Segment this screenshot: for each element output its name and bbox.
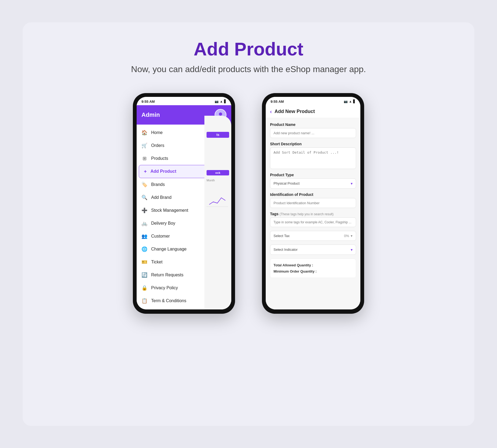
- stock-icon: ➕: [141, 207, 147, 213]
- product-name-group: Product Name: [270, 122, 356, 138]
- add-product-icon: +: [144, 169, 147, 174]
- menu-label-add-brand: Add Brand: [151, 195, 172, 200]
- min-order-row: Minimum Order Quantity :: [274, 268, 353, 274]
- delivery-icon: 🚲: [141, 220, 147, 226]
- form-body: Product Name Short Description Product T…: [266, 118, 360, 309]
- right-status-bar: 9:55 AM 📷 ▲ ▋: [266, 97, 360, 105]
- left-time: 9:55 AM: [141, 100, 155, 104]
- short-desc-input[interactable]: [270, 147, 356, 169]
- right-time: 9:55 AM: [271, 100, 284, 104]
- right-phone: 9:55 AM 📷 ▲ ▋ ‹ Add New Product: [262, 93, 364, 314]
- ticket-icon: 🎫: [141, 259, 147, 265]
- page-subtitle: Now, you can add/edit products with the …: [131, 64, 366, 74]
- menu-label-privacy: Privacy Policy: [151, 285, 178, 290]
- privacy-icon: 🔒: [141, 285, 147, 291]
- menu-label-orders: Orders: [151, 143, 164, 148]
- right-battery-icon: ▋: [353, 100, 356, 103]
- home-icon: 🏠: [141, 130, 147, 136]
- indicator-chevron-icon: ▾: [351, 248, 353, 252]
- menu-label-stock: Stock Management: [151, 208, 188, 213]
- brands-icon: 🏷️: [141, 182, 147, 188]
- menu-label-ticket: Ticket: [151, 260, 162, 264]
- back-button[interactable]: ‹: [270, 108, 272, 115]
- menu-label-delivery: Delivery Boy: [151, 221, 175, 226]
- total-quantity-label: Total Allowed Quantity :: [274, 263, 313, 267]
- mini-chart: [207, 194, 229, 208]
- return-icon: 🔄: [141, 272, 147, 278]
- tags-note: (These tags help you in search result): [280, 212, 334, 216]
- product-name-label: Product Name: [270, 122, 356, 127]
- menu-label-return: Return Requests: [151, 273, 183, 277]
- phones-row: 9:55 AM 📷 ▲ ▋ Admin: [133, 93, 364, 314]
- identification-label: Identification of Product: [270, 192, 356, 197]
- left-status-icons: 📷 ▲ ▋: [215, 100, 226, 103]
- tax-chevron-icon: ▾: [351, 234, 353, 238]
- product-type-group: Product Type Physical Product ▾: [270, 173, 356, 189]
- overlay-badge: ts: [207, 132, 229, 138]
- product-type-value: Physical Product: [274, 181, 300, 185]
- indicator-select[interactable]: Select Indicator ▾: [270, 245, 356, 255]
- indicator-group: Select Indicator ▾: [270, 245, 356, 255]
- right-status-icons: 📷 ▲ ▋: [344, 100, 356, 103]
- menu-label-language: Change Language: [151, 247, 187, 252]
- tax-value-right: 0% ▾: [344, 234, 353, 238]
- products-icon: ⊞: [141, 156, 147, 161]
- form-header-title: Add New Product: [275, 109, 315, 114]
- menu-label-terms: Term & Conditions: [151, 298, 186, 303]
- orders-icon: 🛒: [141, 143, 147, 149]
- customer-icon: 👥: [141, 233, 147, 239]
- short-desc-group: Short Description: [270, 142, 356, 169]
- tax-select[interactable]: Select Tax 0% ▾: [270, 231, 356, 241]
- right-phone-screen: 9:55 AM 📷 ▲ ▋ ‹ Add New Product: [266, 97, 360, 309]
- short-desc-label: Short Description: [270, 142, 356, 146]
- product-name-input[interactable]: [270, 128, 356, 138]
- indicator-value: Select Indicator: [274, 248, 298, 252]
- tax-group: Select Tax 0% ▾: [270, 231, 356, 241]
- tax-value: 0%: [344, 234, 349, 238]
- battery-icon: ▋: [224, 100, 226, 103]
- outer-card: Add Product Now, you can add/edit produc…: [23, 22, 474, 426]
- quantity-section: Total Allowed Quantity : Minimum Order Q…: [270, 259, 356, 278]
- terms-icon: 📋: [141, 298, 147, 304]
- right-overlay: ts ock Month: [204, 116, 231, 309]
- chevron-down-icon: ▾: [351, 181, 353, 186]
- tags-group: Tags (These tags help you in search resu…: [270, 212, 356, 227]
- menu-label-customer: Customer: [151, 234, 170, 239]
- product-type-select[interactable]: Physical Product ▾: [270, 178, 356, 189]
- menu-label-brands: Brands: [151, 182, 165, 187]
- right-camera-icon: 📷: [344, 100, 348, 103]
- form-header: ‹ Add New Product: [266, 105, 360, 118]
- total-quantity-row: Total Allowed Quantity :: [274, 262, 353, 268]
- min-order-label: Minimum Order Quantity :: [274, 269, 317, 273]
- svg-point-0: [219, 112, 222, 116]
- menu-label-home: Home: [151, 130, 163, 135]
- right-wifi-icon: ▲: [349, 100, 352, 103]
- wifi-icon: ▲: [220, 100, 223, 103]
- identification-input[interactable]: [270, 198, 356, 208]
- overlay-badge2: ock: [207, 170, 229, 175]
- left-status-bar: 9:55 AM 📷 ▲ ▋: [137, 97, 231, 105]
- add-brand-icon: 🔍: [141, 195, 147, 200]
- sidebar-title: Admin: [141, 111, 160, 118]
- tax-label: Select Tax: [274, 234, 290, 238]
- page-title: Add Product: [194, 38, 303, 59]
- menu-label-products: Products: [151, 156, 168, 161]
- product-type-label: Product Type: [270, 173, 356, 177]
- tags-input[interactable]: [270, 217, 356, 227]
- menu-label-add-product: Add Product: [151, 169, 176, 174]
- left-phone-screen: 9:55 AM 📷 ▲ ▋ Admin: [137, 97, 231, 309]
- tags-label: Tags (These tags help you in search resu…: [270, 212, 356, 216]
- camera-icon: 📷: [215, 100, 219, 103]
- overlay-text: Month: [204, 178, 231, 183]
- identification-group: Identification of Product: [270, 192, 356, 208]
- left-phone: 9:55 AM 📷 ▲ ▋ Admin: [133, 93, 235, 314]
- language-icon: 🌐: [141, 246, 147, 252]
